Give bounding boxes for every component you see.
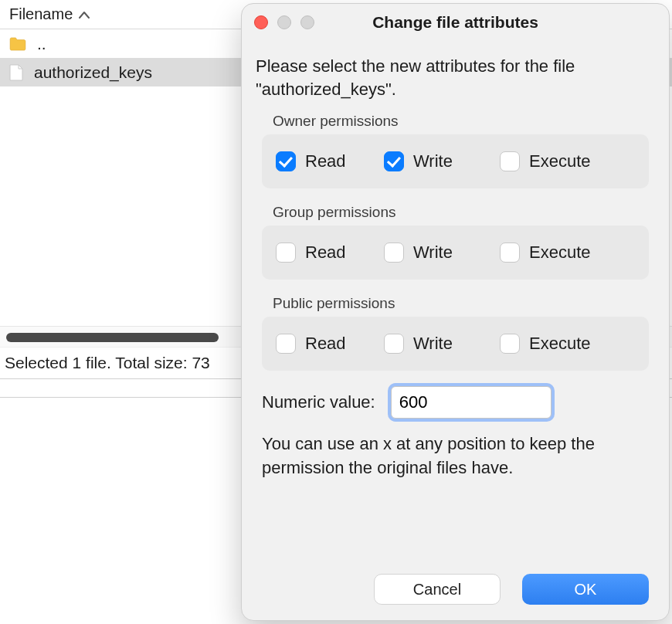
owner-permissions-group: Read Write Execute [262, 134, 649, 188]
minimize-icon [277, 15, 291, 29]
permission-label: Read [305, 151, 346, 171]
folder-icon [9, 37, 26, 51]
group-permissions-group: Read Write Execute [262, 226, 649, 280]
dialog-button-row: Cancel OK [374, 574, 649, 605]
checkbox-icon[interactable] [384, 242, 404, 263]
permission-label: Write [413, 334, 453, 354]
checkbox-icon[interactable] [384, 151, 404, 171]
ok-button[interactable]: OK [522, 574, 649, 605]
checkbox-icon[interactable] [276, 242, 296, 263]
zoom-icon [300, 15, 314, 29]
numeric-value-input[interactable] [391, 386, 552, 419]
dialog-body: Please select the new attributes for the… [242, 41, 669, 492]
checkbox-icon[interactable] [500, 334, 520, 354]
hint-text: You can use an x at any position to keep… [262, 432, 649, 480]
group-write-option[interactable]: Write [384, 242, 484, 263]
owner-read-option[interactable]: Read [276, 151, 368, 171]
status-text: Selected 1 file. Total size: 73 [5, 354, 210, 371]
public-write-option[interactable]: Write [384, 334, 484, 354]
cancel-button[interactable]: Cancel [374, 574, 501, 605]
numeric-value-row: Numeric value: [262, 386, 649, 419]
permission-label: Write [413, 151, 453, 171]
checkbox-icon[interactable] [384, 334, 404, 354]
scrollbar-thumb[interactable] [6, 333, 219, 342]
checkbox-icon[interactable] [500, 242, 520, 263]
permission-label: Write [413, 242, 453, 263]
close-icon[interactable] [254, 15, 268, 29]
chevron-up-icon [79, 8, 90, 22]
group-execute-option[interactable]: Execute [500, 242, 635, 263]
group-read-option[interactable]: Read [276, 242, 368, 263]
checkbox-icon[interactable] [276, 334, 296, 354]
change-attributes-dialog: Change file attributes Please select the… [241, 3, 670, 621]
permission-label: Execute [529, 334, 591, 354]
numeric-value-label: Numeric value: [262, 392, 375, 412]
public-permissions-group: Read Write Execute [262, 317, 649, 371]
dialog-description: Please select the new attributes for the… [256, 55, 655, 102]
public-execute-option[interactable]: Execute [500, 334, 635, 354]
permission-label: Execute [529, 242, 591, 263]
dialog-titlebar[interactable]: Change file attributes [242, 4, 669, 41]
owner-execute-option[interactable]: Execute [500, 151, 635, 171]
public-read-option[interactable]: Read [276, 334, 368, 354]
permission-label: Execute [529, 151, 591, 171]
owner-permissions-label: Owner permissions [273, 113, 655, 130]
permission-label: Read [305, 334, 346, 354]
file-icon [9, 64, 23, 81]
window-controls [254, 15, 314, 29]
checkbox-icon[interactable] [276, 151, 296, 171]
file-name-label: .. [37, 35, 46, 53]
owner-write-option[interactable]: Write [384, 151, 484, 171]
column-header-label: Filename [9, 5, 73, 23]
public-permissions-label: Public permissions [273, 295, 655, 312]
permission-label: Read [305, 242, 346, 263]
file-name-label: authorized_keys [34, 63, 152, 82]
checkbox-icon[interactable] [500, 151, 520, 171]
group-permissions-label: Group permissions [273, 204, 655, 221]
